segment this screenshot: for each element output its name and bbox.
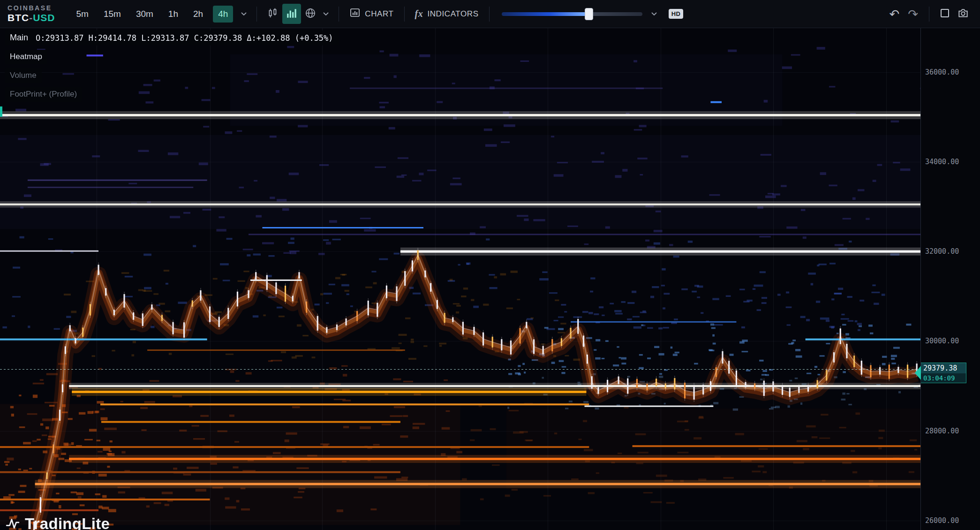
top-toolbar: COINBASE BTC-USD 5m 15m 30m 1h 2h 4h: [0, 0, 980, 28]
timeframe-15m[interactable]: 15m: [98, 6, 126, 23]
price-axis-tick: 28000.00: [925, 427, 959, 435]
toolbar-divider: [489, 7, 490, 22]
tradinglite-watermark: TradingLite: [6, 515, 110, 530]
chart-area: Main O:29313.87 H:29414.78 L:29313.87 C:…: [0, 28, 980, 530]
undo-icon: ↶: [889, 7, 899, 21]
camera-icon: [957, 7, 969, 21]
last-price-value: 29379.38: [921, 363, 966, 373]
timeframe-5m[interactable]: 5m: [71, 6, 94, 23]
price-axis-tick: 34000.00: [925, 158, 959, 166]
pane-title: Main: [10, 33, 28, 43]
redo-button[interactable]: ↷: [904, 7, 922, 21]
square-outline-icon: [939, 8, 950, 20]
undo-button[interactable]: ↶: [885, 7, 904, 21]
timeframe-30m[interactable]: 30m: [131, 6, 158, 23]
screenshot-button[interactable]: [954, 4, 972, 24]
candle-countdown: 03:04:09: [921, 373, 966, 383]
pair-name: BTC-USD: [8, 12, 55, 23]
watermark-text: TradingLite: [25, 515, 110, 530]
globe-icon: [304, 7, 317, 21]
tradinglite-logo-icon: [6, 516, 20, 530]
price-axis[interactable]: 29379.38 03:04:09 36000.0034000.0032000.…: [920, 28, 980, 530]
heatmap-chart-canvas[interactable]: [0, 28, 920, 530]
bar-chart-icon: [286, 7, 298, 21]
pair-quote: USD: [33, 12, 55, 23]
pair-separator: -: [29, 12, 33, 23]
price-axis-tick: 26000.00: [925, 516, 959, 525]
slider-dropdown-button[interactable]: [648, 9, 660, 19]
toolbar-divider: [929, 7, 929, 22]
timeframe-2h[interactable]: 2h: [188, 6, 208, 23]
timeframe-group: 5m 15m 30m 1h 2h 4h: [71, 6, 250, 23]
chart-button-label: CHART: [365, 9, 393, 19]
layer-toggle-footprint[interactable]: FootPrint+ (Profile): [5, 87, 82, 102]
price-axis-tick: 36000.00: [925, 68, 959, 76]
indicators-button-label: INDICATORS: [427, 9, 478, 19]
web-layers-button[interactable]: [301, 4, 320, 24]
toolbar-divider: [256, 7, 257, 22]
price-axis-tick: 32000.00: [925, 247, 959, 256]
toolbar-divider: [404, 7, 405, 22]
price-tag-box: 29379.38 03:04:09: [921, 363, 966, 383]
price-tag-arrow-icon: [915, 366, 921, 380]
pane-accent-marker: [0, 106, 2, 117]
redo-icon: ↷: [908, 7, 918, 21]
chevron-down-icon: [323, 12, 329, 16]
chevron-down-icon: [241, 12, 247, 16]
candlestick-chart-button[interactable]: [264, 4, 282, 24]
timeframe-4h[interactable]: 4h: [213, 6, 233, 23]
chart-legend: Main O:29313.87 H:29414.78 L:29313.87 C:…: [5, 30, 339, 102]
toolbar-divider: [339, 7, 339, 22]
hd-toggle-badge[interactable]: HD: [669, 9, 684, 19]
timeframe-1h[interactable]: 1h: [163, 6, 183, 23]
symbol-selector[interactable]: COINBASE BTC-USD: [8, 4, 55, 23]
heatmap-chart-button[interactable]: [282, 4, 301, 24]
pair-base: BTC: [8, 12, 29, 23]
heatmap-intensity-slider[interactable]: [502, 12, 642, 16]
ohlc-readout: O:29313.87 H:29414.78 L:29313.87 C:29379…: [36, 33, 333, 43]
fullscreen-button[interactable]: [936, 4, 954, 23]
price-axis-tick: 30000.00: [925, 337, 959, 345]
fx-icon: fx: [415, 8, 423, 19]
slider-handle[interactable]: [585, 8, 593, 20]
chart-window-icon: [349, 7, 361, 21]
timeframe-dropdown-button[interactable]: [238, 9, 250, 19]
exchange-name: COINBASE: [8, 4, 55, 12]
ohlc-legend-row: Main O:29313.87 H:29414.78 L:29313.87 C:…: [5, 30, 339, 45]
tradinglite-app: COINBASE BTC-USD 5m 15m 30m 1h 2h 4h: [0, 0, 980, 530]
indicators-button[interactable]: fx INDICATORS: [411, 6, 482, 22]
candlestick-icon: [267, 7, 279, 21]
layer-toggle-heatmap[interactable]: Heatmap: [5, 50, 47, 64]
chart-type-dropdown-button[interactable]: [320, 9, 332, 19]
chart-button[interactable]: CHART: [346, 4, 397, 23]
layer-toggle-volume[interactable]: Volume: [5, 68, 42, 83]
chevron-down-icon: [651, 12, 657, 16]
last-price-label: 29379.38 03:04:09: [915, 363, 966, 383]
